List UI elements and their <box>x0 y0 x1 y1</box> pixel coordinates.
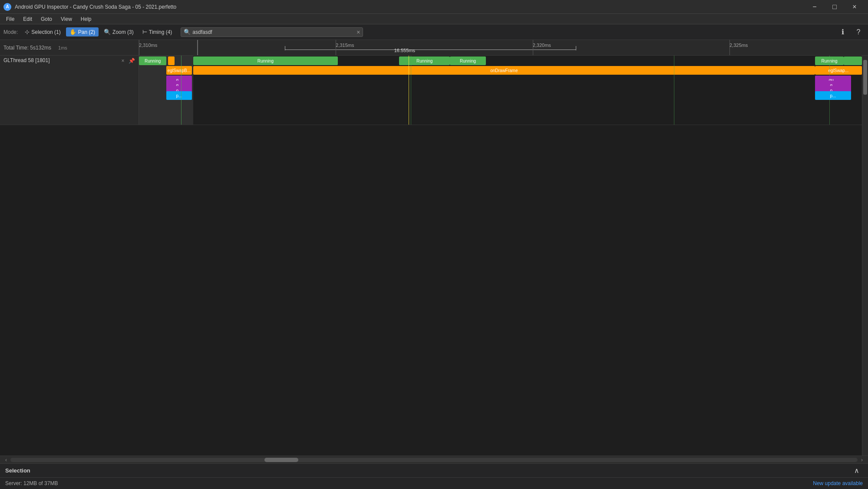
bottom-panel-collapse-button[interactable]: ∧ <box>851 465 863 477</box>
thread-controls: × 📌 <box>119 57 135 64</box>
mode-label: Mode: <box>3 29 18 35</box>
close-button[interactable]: × <box>845 0 865 14</box>
menu-help[interactable]: Help <box>76 15 96 23</box>
span-eglswap-1[interactable]: eglSwapB... <box>166 66 191 75</box>
scroll-right-button[interactable]: › <box>858 456 866 464</box>
empty-trace-area <box>0 125 862 456</box>
ruler-tick-3 <box>729 40 730 55</box>
help-button[interactable]: ? <box>852 26 865 38</box>
span-running-2[interactable]: Running <box>193 56 338 65</box>
server-info: Server: 12MB of 37MB <box>5 480 58 486</box>
menu-file[interactable]: File <box>2 15 19 23</box>
scrollbar-track[interactable] <box>10 458 858 462</box>
server-value: 12MB of 37MB <box>23 480 58 486</box>
bottom-panel-content: Server: 12MB of 37MB New update availabl… <box>0 478 868 489</box>
span-ondrawframe[interactable]: onDrawFrame <box>193 66 815 75</box>
span-running-3[interactable]: Running <box>399 56 450 65</box>
ruler-marker-0: 2,310ms <box>139 43 157 48</box>
span-orange-1[interactable] <box>168 56 175 65</box>
minimize-button[interactable]: − <box>805 0 825 14</box>
span-start <box>285 46 285 50</box>
ruler-marker-3: 2,325ms <box>729 43 748 48</box>
trace-area: GLThread 58 [1801] × 📌 Running Running R… <box>0 56 862 456</box>
right-scrollbar[interactable] <box>862 56 868 456</box>
window-controls: − □ × <box>805 0 865 14</box>
thread-row: GLThread 58 [1801] × 📌 Running Running R… <box>0 56 862 125</box>
ruler-marker-1: 2,315ms <box>336 43 354 48</box>
span-p1-2[interactable]: p... <box>815 91 851 100</box>
thread-label-col: GLThread 58 [1801] × 📌 <box>0 56 139 125</box>
app-icon: A <box>3 3 11 11</box>
selection-icon: ⊹ <box>25 29 30 35</box>
main-content: GLThread 58 [1801] × 📌 Running Running R… <box>0 56 868 463</box>
info-button[interactable]: ℹ <box>837 26 849 38</box>
toolbar: Mode: ⊹ Selection (1) ✋ Pan (2) 🔍 Zoom (… <box>0 24 868 40</box>
scroll-left-button[interactable]: ‹ <box>2 456 10 464</box>
mode-timing-button[interactable]: ⊢ Timing (4) <box>139 27 176 36</box>
marker-line-4 <box>674 56 674 125</box>
timing-icon: ⊢ <box>142 29 147 35</box>
ruler-marker-2: 2,320ms <box>533 43 551 48</box>
search-input[interactable] <box>192 29 356 35</box>
search-container: 🔍 × <box>181 27 363 37</box>
ruler-tick-2 <box>533 40 533 55</box>
ruler-cursor <box>197 40 198 55</box>
marker-line-2 <box>409 56 409 125</box>
mode-zoom-button[interactable]: 🔍 Zoom (3) <box>100 27 137 36</box>
span-duration-label: 16.555ms <box>394 48 415 53</box>
span-running-4[interactable]: Running <box>450 56 486 65</box>
bottom-panel: Selection ∧ Server: 12MB of 37MB New upd… <box>0 463 868 489</box>
right-scrollbar-thumb[interactable] <box>863 60 867 95</box>
server-label: Server: <box>5 480 23 486</box>
marker-line-1 <box>181 56 182 125</box>
timeline-header: Total Time: 5s132ms 1ms 2,310ms 2,315ms … <box>0 40 868 56</box>
span-eglswap-2[interactable]: eglSwap... <box>815 66 862 75</box>
title-bar: A Android GPU Inspector - Candy Crush So… <box>0 0 868 14</box>
menu-edit[interactable]: Edit <box>19 15 36 23</box>
selection-title: Selection <box>5 467 30 474</box>
total-time-label: Total Time: 5s132ms 1ms <box>0 40 139 55</box>
span-end <box>576 46 576 50</box>
update-link[interactable]: New update available <box>813 480 863 486</box>
scrollbar-thumb[interactable] <box>264 458 298 462</box>
ruler-tick-1 <box>336 40 336 55</box>
marker-line-3 <box>411 56 411 125</box>
menu-goto[interactable]: Goto <box>36 15 56 23</box>
zoom-icon: 🔍 <box>104 29 111 35</box>
bottom-panel-header: Selection ∧ <box>0 464 868 478</box>
menu-bar: File Edit Goto View Help <box>0 14 868 24</box>
span-p1-1[interactable]: p... <box>166 91 191 100</box>
menu-view[interactable]: View <box>56 15 76 23</box>
window-title: Android GPU Inspector - Candy Crush Soda… <box>15 4 805 10</box>
span-running-1[interactable]: Running <box>139 56 166 65</box>
ruler-tick-0 <box>139 40 139 55</box>
thread-name: GLThread 58 [1801] <box>3 57 50 63</box>
mode-pan-button[interactable]: ✋ Pan (2) <box>66 27 99 36</box>
scale-label: 1ms <box>58 45 67 50</box>
content-with-scrollbar: GLThread 58 [1801] × 📌 Running Running R… <box>0 56 868 456</box>
maximize-button[interactable]: □ <box>825 0 845 14</box>
search-clear-button[interactable]: × <box>356 29 360 36</box>
span-running-6[interactable] <box>844 56 862 65</box>
thread-collapse-button[interactable]: × <box>119 57 126 64</box>
thread-pin-button[interactable]: 📌 <box>128 57 135 64</box>
thread-track[interactable]: Running Running Running Running Running … <box>139 56 862 125</box>
mode-selection-button[interactable]: ⊹ Selection (1) <box>21 27 64 36</box>
toolbar-right: ℹ ? <box>837 26 865 38</box>
search-icon: 🔍 <box>184 29 191 35</box>
pan-icon: ✋ <box>69 29 76 35</box>
horizontal-scrollbar: ‹ › <box>0 456 868 463</box>
timeline-ruler[interactable]: 2,310ms 2,315ms 2,320ms 2,325ms 16.555ms <box>139 40 868 55</box>
